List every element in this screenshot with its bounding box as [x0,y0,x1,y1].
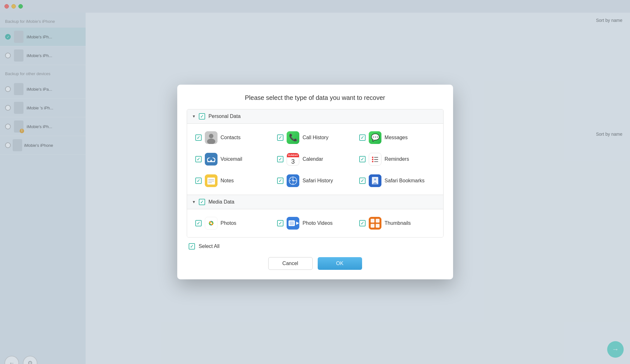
notes-icon [205,174,218,187]
notes-label: Notes [221,178,234,184]
call-history-label: Call History [302,135,328,140]
calendar-icon: Sunday 3 [287,153,299,166]
item-reminders[interactable]: Reminders [356,148,438,170]
call-history-icon: 📞 [287,131,299,144]
item-thumbnails[interactable]: Thumbnails [356,212,438,234]
thumbnails-icon [369,217,381,230]
photos-checkbox[interactable] [195,220,202,226]
svg-rect-56 [376,224,380,228]
modal-buttons: Cancel OK [187,257,444,270]
item-notes[interactable]: Notes [192,170,274,192]
thumbnails-checkbox[interactable] [359,220,366,226]
safari-bookmarks-checkbox[interactable] [359,178,366,184]
ok-button[interactable]: OK [318,257,362,270]
item-photo-videos[interactable]: Photo Videos [274,212,356,234]
item-safari-history[interactable]: Safari History [274,170,356,192]
svg-point-1 [209,134,213,138]
photos-label: Photos [221,220,237,226]
select-all-row[interactable]: Select All [187,237,444,255]
personal-section-checkbox[interactable] [199,113,205,120]
contacts-icon [205,131,218,144]
personal-chevron-icon: ▼ [192,114,196,119]
reminders-checkbox[interactable] [359,156,366,162]
personal-section-header[interactable]: ▼ Personal Data [187,109,443,124]
item-contacts[interactable]: Contacts [192,127,274,148]
media-section-label: Media Data [208,199,234,205]
safari-history-label: Safari History [302,178,333,184]
svg-rect-10 [209,158,213,160]
reminders-label: Reminders [385,156,409,162]
svg-rect-54 [376,219,380,223]
calendar-label: Calendar [302,156,323,162]
messages-icon: 💬 [369,131,381,144]
item-calendar[interactable]: Sunday 3 Calendar [274,148,356,170]
contacts-checkbox[interactable] [195,134,202,141]
calendar-checkbox[interactable] [277,156,283,162]
notes-checkbox[interactable] [195,178,202,184]
svg-rect-53 [371,219,374,223]
item-call-history[interactable]: 📞 Call History [274,127,356,148]
svg-point-15 [372,159,373,160]
svg-rect-52 [369,217,381,230]
select-all-checkbox[interactable] [189,243,195,250]
media-section-header[interactable]: ▼ Media Data [187,195,443,209]
call-history-checkbox[interactable] [277,134,283,141]
calendar-day-label: Sunday [287,153,299,157]
safari-history-icon [287,174,299,187]
svg-point-47 [210,222,212,224]
personal-section-label: Personal Data [208,114,240,119]
photo-videos-label: Photo Videos [302,220,333,226]
voicemail-label: Voicemail [221,156,242,162]
svg-text:💬: 💬 [371,133,380,142]
item-messages[interactable]: 💬 Messages [356,127,438,148]
media-chevron-icon: ▼ [192,200,196,204]
svg-rect-55 [371,224,374,228]
svg-point-37 [374,179,376,180]
svg-point-13 [372,157,373,158]
photo-videos-icon [287,217,299,230]
messages-label: Messages [385,135,408,140]
media-section-checkbox[interactable] [199,199,205,205]
contacts-label: Contacts [221,135,241,140]
media-items-grid: Photos Photo Videos [187,209,443,237]
personal-items-grid: Contacts 📞 Call History [187,124,443,195]
modal-dialog: Please select the type of data you want … [177,85,453,279]
safari-bookmarks-icon [369,174,381,187]
voicemail-checkbox[interactable] [195,156,202,162]
item-photos[interactable]: Photos [192,212,274,234]
messages-checkbox[interactable] [359,134,366,141]
svg-rect-51 [289,221,294,225]
svg-point-17 [372,161,373,162]
item-voicemail[interactable]: Voicemail [192,148,274,170]
select-all-label: Select All [199,244,220,249]
svg-text:📞: 📞 [289,133,298,142]
thumbnails-label: Thumbnails [385,220,411,226]
modal-title: Please select the type of data you want … [187,94,444,101]
photos-icon [205,217,218,230]
data-section-container: ▼ Personal Data Contacts [187,109,444,237]
safari-bookmarks-label: Safari Bookmarks [385,178,425,184]
photo-videos-checkbox[interactable] [277,220,283,226]
safari-history-checkbox[interactable] [277,178,283,184]
item-safari-bookmarks[interactable]: Safari Bookmarks [356,170,438,192]
reminders-icon [369,153,381,166]
cancel-button[interactable]: Cancel [268,257,313,270]
calendar-day-number: 3 [291,157,295,166]
voicemail-icon [205,153,218,166]
